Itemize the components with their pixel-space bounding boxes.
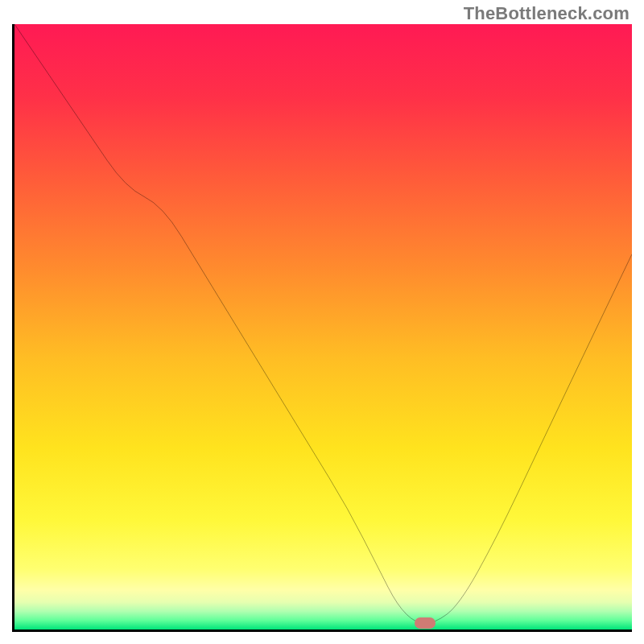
watermark-text: TheBottleneck.com — [464, 3, 630, 24]
curve-layer — [14, 24, 632, 630]
plot-area — [12, 24, 632, 632]
bottleneck-chart: TheBottleneck.com — [0, 0, 644, 644]
bottleneck-curve-path — [14, 24, 632, 623]
optimal-point-marker — [415, 617, 436, 629]
